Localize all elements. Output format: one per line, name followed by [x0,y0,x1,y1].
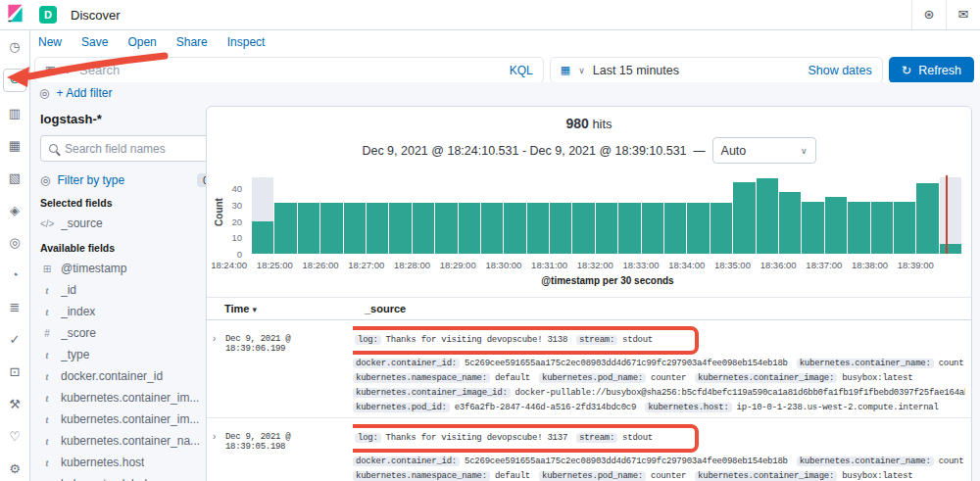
calendar-icon[interactable]: ▦ [561,64,570,76]
visualize-icon[interactable]: ▥ [4,103,25,124]
toolbar-link-share[interactable]: Share [176,35,208,49]
hits-count: 980 [565,116,588,131]
field-key-badge: kubernetes.container_image: [695,373,837,383]
expand-row-chevron[interactable]: › [213,326,225,415]
management-icon[interactable]: ⚙ [4,458,25,480]
table-row: ›Dec 9, 2021 @ 18:39:06.199log:Thanks fo… [207,320,971,417]
interval-select[interactable]: Auto ∨ [712,137,816,164]
logs-icon[interactable]: ≣ [4,297,25,318]
index-pattern-title[interactable]: logstash-* [40,112,215,126]
refresh-button[interactable]: ↻ Refresh [889,57,974,83]
field-item[interactable]: #_score [40,322,215,344]
histogram-bucket [389,175,411,254]
canvas-icon[interactable]: ▧ [4,168,25,189]
histogram-bucket [916,175,938,254]
field-key-badge: kubernetes.namespace_name: [353,471,490,481]
histogram-bucket [596,175,617,254]
maps-icon[interactable]: ◈ [4,200,25,221]
histogram-bucket [459,175,480,254]
histogram-bar [527,203,549,254]
field-item[interactable]: tdocker.container_id [40,365,215,387]
discover-app-badge: D [39,6,57,24]
field-item[interactable]: t_type [40,344,215,365]
range-row: Dec 9, 2021 @ 18:24:10.531 - Dec 9, 2021… [207,137,971,164]
chevron-down-icon[interactable]: ∨ [64,66,71,75]
histogram-bar [389,203,411,254]
field-value: stdout [622,433,653,443]
search-input[interactable]: ▣ ∨ Search KQL [34,57,544,83]
source-line: kubernetes.namespace_name:defaultkuberne… [353,469,965,481]
histogram-bucket [894,175,915,254]
x-tick-label: 18:31:00 [531,260,567,270]
chevron-down-icon: ∨ [801,146,808,156]
filter-bar: ◎ + Add filter [30,82,980,104]
date-picker[interactable]: ▦ ∨ Last 15 minutes Show dates [550,57,883,83]
filter-by-type[interactable]: ◎ Filter by type 0 [40,173,215,187]
machine-learning-icon[interactable]: ◎ [4,232,25,254]
toolbar-link-open[interactable]: Open [127,35,156,49]
histogram-bar [572,203,594,254]
recently-viewed-icon[interactable]: ◷ [4,36,25,58]
available-fields-list: ⊞@timestampt_idt_index#_scoret_typetdock… [40,258,215,481]
time-range-value[interactable]: Last 15 minutes [593,64,679,77]
field-item[interactable]: tkubernetes.container_im... [40,387,215,409]
string-type-icon: t [40,414,54,425]
toolbar-link-save[interactable]: Save [81,35,108,49]
table-row: ›Dec 9, 2021 @ 18:39:05.198log:Thanks fo… [207,417,971,481]
field-item[interactable]: t_id [40,279,215,301]
source-type-icon: </> [40,218,54,229]
dashboard-icon[interactable]: ▦ [4,135,25,157]
discover-icon[interactable]: ⊘ [3,69,26,92]
uptime-icon[interactable]: ✓ [4,329,25,351]
field-item[interactable]: tkubernetes.container_na... [40,430,215,452]
saved-query-icon[interactable]: ▣ [45,64,55,76]
x-axis-label: @timestamp per 30 seconds [252,275,963,286]
histogram-bucket [802,175,823,254]
y-tick-label: 40 [231,183,242,194]
kibana-logo[interactable] [0,4,29,25]
time-range-text: Dec 9, 2021 @ 18:24:10.531 - Dec 9, 2021… [362,144,686,158]
field-search-input[interactable]: Search field names [40,135,215,162]
x-tick-label: 18:36:00 [760,260,797,270]
histogram-bucket [320,175,342,254]
toolbar-link-inspect[interactable]: Inspect [227,35,266,49]
histogram-bucket [481,175,503,254]
x-tick-label: 18:35:00 [714,260,751,270]
show-dates-button[interactable]: Show dates [808,64,871,77]
field-value: stdout [622,335,653,345]
toolbar-link-new[interactable]: New [38,35,62,49]
x-axis-ticks: 18:24:0018:25:0018:26:0018:27:0018:28:00… [252,260,961,271]
field-item[interactable]: tkubernetes.host [40,452,215,473]
histogram-bar [642,203,663,254]
chevron-down-icon[interactable]: ∨ [578,66,585,75]
field-value: default [495,373,530,383]
kql-language-button[interactable]: KQL [510,64,533,77]
topbar-right-icons: ⊛✉ [911,0,980,29]
histogram-bucket [274,175,296,254]
metrics-icon[interactable]: ◔ [4,265,25,286]
histogram-bar [779,192,801,254]
expand-row-chevron[interactable]: › [213,424,225,481]
field-item[interactable]: ⊞@timestamp [40,258,215,279]
security-icon[interactable]: ⊡ [4,361,25,383]
help-icon[interactable]: ⊛ [911,0,946,29]
calendar-icon: ⊞ [40,264,54,274]
field-name: kubernetes.labels.app [61,477,175,481]
discover-toolbar: NewSaveOpenShareInspect [30,29,980,55]
field-item[interactable]: tkubernetes.container_im... [40,409,215,430]
dev-tools-icon[interactable]: ⚒ [4,394,25,415]
field-item[interactable]: t_index [40,301,215,322]
row-timestamp: Dec 9, 2021 @ 18:39:06.199 [225,326,353,415]
time-column-header[interactable]: Time ▾ [224,303,365,314]
field-value: busybox:latest [842,471,912,481]
source-line: docker.container_id:5c269cee591655aa175c… [353,455,965,469]
field-key-badge: kubernetes.container_image: [695,471,837,481]
newsfeed-icon[interactable]: ✉ [946,0,980,29]
histogram-plot[interactable] [252,175,961,254]
stack-monitoring-icon[interactable]: ♡ [4,426,25,448]
x-tick-label: 18:26:00 [303,260,339,270]
add-filter-button[interactable]: + Add filter [56,86,112,100]
field-item[interactable]: </>_source [40,213,215,234]
field-item[interactable]: tkubernetes.labels.app [40,473,215,481]
x-tick-label: 18:24:00 [211,260,247,270]
